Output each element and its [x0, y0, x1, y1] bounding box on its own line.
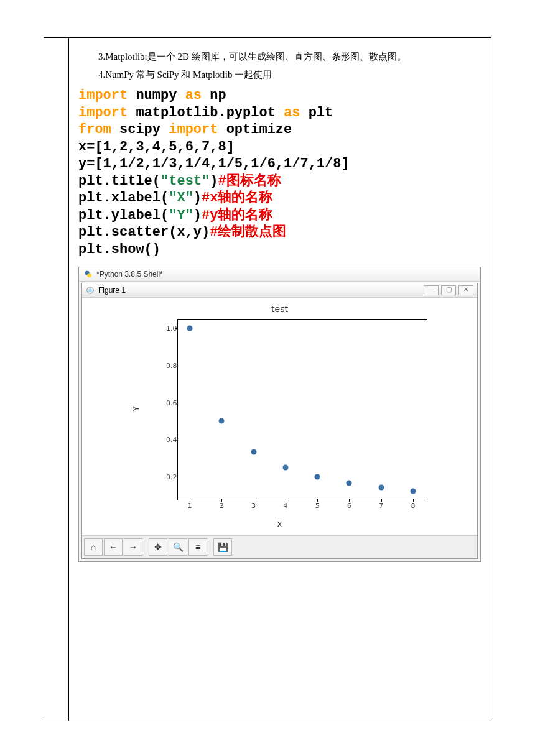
left-column	[44, 38, 69, 721]
figure-body: test Y X 0.20.40.60.81.012345678	[82, 298, 477, 535]
string-literal: "Y"	[169, 208, 193, 223]
save-button[interactable]: 💾	[213, 538, 232, 556]
x-tick: 3	[251, 502, 256, 510]
matplotlib-icon	[86, 286, 95, 295]
paragraph-4: 4.NumPy 常与 SciPy 和 Matplotlib 一起使用	[80, 66, 480, 84]
y-tick: 0.8	[156, 361, 177, 369]
close-button[interactable]: ✕	[458, 285, 473, 295]
back-button[interactable]: ←	[104, 538, 123, 556]
plot-area[interactable]	[177, 319, 427, 500]
y-axis-label: Y	[131, 407, 141, 412]
code-line: x=[1,2,3,4,5,6,7,8]	[78, 139, 235, 155]
x-tick: 1	[188, 502, 192, 510]
x-tick: 7	[379, 502, 383, 510]
maximize-button[interactable]: ▢	[441, 285, 456, 295]
code-line: plt.show()	[78, 242, 160, 257]
y-tick: 0.4	[156, 436, 177, 444]
comment: #x轴的名称	[202, 190, 272, 206]
keyword-import: import	[169, 122, 218, 137]
python-icon	[84, 270, 93, 279]
string-literal: "X"	[169, 190, 193, 206]
keyword-as: as	[284, 105, 300, 121]
figure-window: Figure 1 — ▢ ✕ test Y X 0.20.40.60.81.01…	[81, 283, 478, 559]
data-point	[219, 418, 225, 424]
figure-title-text: Figure 1	[98, 286, 126, 295]
configure-button[interactable]: ≡	[188, 538, 207, 556]
shell-window: *Python 3.8.5 Shell* Figure 1 — ▢ ✕	[78, 267, 481, 562]
figure-titlebar[interactable]: Figure 1 — ▢ ✕	[82, 284, 477, 298]
y-tick: 0.6	[156, 399, 177, 407]
x-tick: 2	[220, 502, 224, 510]
figure-toolbar: ⌂ ← → ✥ 🔍 ≡ 💾	[82, 535, 477, 558]
y-tick: 1.0	[156, 324, 177, 332]
x-tick: 6	[347, 502, 351, 510]
shell-titlebar: *Python 3.8.5 Shell*	[79, 267, 480, 282]
window-buttons: — ▢ ✕	[424, 285, 473, 295]
comment: #图标名称	[218, 173, 281, 189]
string-literal: "test"	[160, 173, 210, 189]
comment: #y轴的名称	[202, 208, 272, 223]
data-point	[187, 325, 193, 331]
x-tick: 4	[283, 502, 287, 510]
pan-button[interactable]: ✥	[149, 538, 167, 556]
keyword-import: import	[78, 105, 128, 121]
chart-title: test	[121, 302, 439, 315]
home-button[interactable]: ⌂	[84, 538, 103, 556]
data-point	[347, 480, 352, 486]
comment: #绘制散点图	[210, 224, 286, 240]
x-axis-label: X	[121, 520, 439, 529]
content-area: 3.Matplotlib:是一个 2D 绘图库，可以生成绘图、直方图、条形图、散…	[68, 38, 491, 568]
svg-point-1	[87, 273, 91, 277]
code-line: y=[1,1/2,1/3,1/4,1/5,1/6,1/7,1/8]	[78, 156, 350, 172]
x-tick: 8	[411, 502, 415, 510]
keyword-from: from	[78, 122, 111, 137]
minimize-button[interactable]: —	[424, 285, 439, 295]
y-tick: 0.2	[156, 473, 177, 481]
forward-button[interactable]: →	[124, 538, 142, 556]
keyword-as: as	[185, 88, 202, 103]
keyword-import: import	[78, 88, 128, 103]
zoom-button[interactable]: 🔍	[169, 538, 187, 556]
scatter-chart: test Y X 0.20.40.60.81.012345678	[121, 302, 439, 532]
paragraph-3: 3.Matplotlib:是一个 2D 绘图库，可以生成绘图、直方图、条形图、散…	[80, 48, 480, 66]
shell-title-text: *Python 3.8.5 Shell*	[96, 270, 163, 279]
data-point	[378, 485, 384, 491]
data-point	[315, 474, 320, 480]
code-block: import numpy as np import matplotlib.pyp…	[78, 87, 485, 258]
page-frame: 3.Matplotlib:是一个 2D 绘图库，可以生成绘图、直方图、条形图、散…	[44, 37, 491, 721]
data-point	[251, 449, 256, 455]
data-point	[282, 465, 288, 471]
x-tick: 5	[315, 502, 320, 510]
data-point	[410, 488, 416, 494]
